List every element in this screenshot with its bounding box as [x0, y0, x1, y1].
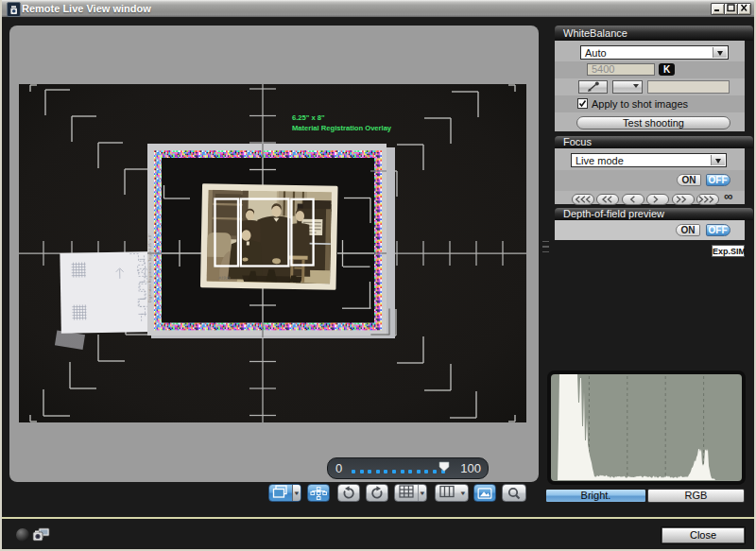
- svg-text:#1919: #1919: [218, 275, 231, 280]
- svg-text:Material Registration Overlay: Material Registration Overlay: [292, 124, 392, 132]
- svg-text:6.25" x 8": 6.25" x 8": [292, 113, 325, 122]
- svg-text:Digitization Registration Targ: Digitization Registration Target 6.25" x…: [147, 233, 152, 302]
